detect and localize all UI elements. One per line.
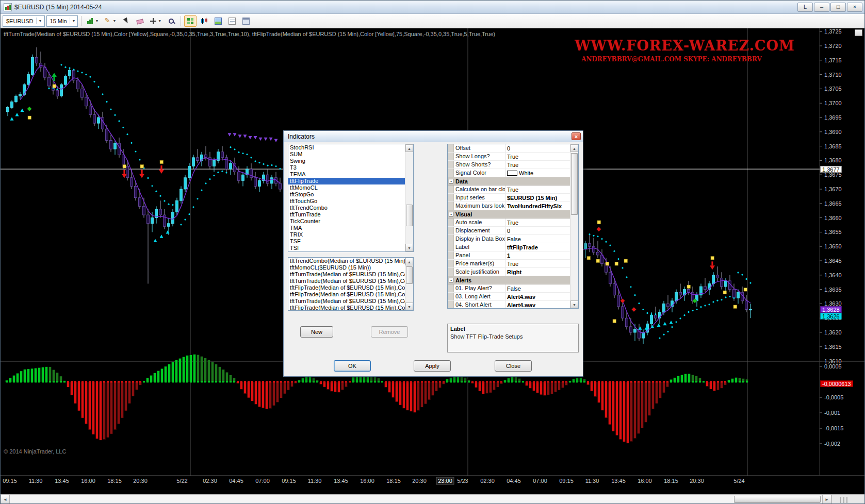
property-row[interactable]: Signal ColorWhite — [448, 169, 570, 177]
property-row[interactable]: LabeltftFlipTrade — [448, 243, 570, 251]
property-row[interactable]: Display in Data BoxFalse — [448, 235, 570, 243]
applied-indicators-list[interactable]: tftTrendCombo(Median of $EURUSD (15 Min)… — [288, 257, 414, 311]
apply-button[interactable]: Apply — [414, 360, 451, 372]
property-category[interactable]: -Data — [448, 177, 570, 186]
remove-button[interactable]: Remove — [371, 326, 408, 338]
property-value[interactable]: TwoHundredFiftySix — [505, 202, 570, 210]
window-titlebar[interactable]: $EURUSD (15 Min) 2014-05-24 L – □ × — [1, 1, 864, 14]
property-row[interactable]: Maximum bars look lTwoHundredFiftySix — [448, 202, 570, 210]
indicator-list-item[interactable]: StochRSI — [288, 144, 405, 151]
indicator-list-item[interactable]: tftTouchGo — [288, 198, 405, 205]
indicator-list-item[interactable]: TRIX — [288, 231, 405, 238]
properties-grid[interactable]: Offset0Show Longs?TrueShow Shorts?TrueSi… — [447, 144, 579, 309]
indicator-list-item[interactable]: TSI — [288, 245, 405, 251]
property-row[interactable]: 03. Long AlertAlert4.wav — [448, 293, 570, 301]
property-value[interactable]: True — [505, 260, 570, 267]
scrollbar-thumb[interactable] — [406, 205, 413, 226]
scroll-left-icon[interactable]: ◄ — [1, 495, 10, 504]
property-value[interactable]: True — [505, 161, 570, 169]
zoom-button[interactable] — [165, 15, 177, 27]
property-value[interactable]: True — [505, 219, 570, 226]
indicator-list-item[interactable]: TMA — [288, 225, 405, 231]
available-indicators-list[interactable]: StochRSISUMSwingT3TEMAtftFlipTradetftMom… — [288, 144, 414, 252]
applied-indicator-item[interactable]: tftMomoCL($EURUSD (15 Min)) — [288, 264, 405, 271]
scroll-down-icon[interactable]: ▼ — [570, 300, 578, 308]
property-row[interactable]: 01. Play Alert?False — [448, 284, 570, 293]
applied-indicator-item[interactable]: tftTurnTrade(Median of $EURUSD (15 Min),… — [288, 278, 405, 284]
applied-indicator-item[interactable]: tftTrendCombo(Median of $EURUSD (15 Min)… — [288, 258, 405, 264]
property-value[interactable]: True — [505, 153, 570, 160]
new-button[interactable]: New — [300, 326, 333, 338]
property-value[interactable]: 0 — [505, 227, 570, 234]
property-row[interactable]: Calculate on bar closTrue — [448, 186, 570, 194]
scrollbar-thumb[interactable] — [571, 153, 578, 215]
property-row[interactable]: Displacement0 — [448, 227, 570, 235]
scrollbar-track[interactable] — [10, 495, 822, 504]
scrollbar-track[interactable] — [405, 152, 413, 244]
resize-grip[interactable] — [831, 495, 856, 504]
indicator-list-item[interactable]: tftMomoCL — [288, 184, 405, 191]
vertical-scrollbar[interactable]: ▲ ▼ — [405, 144, 413, 251]
property-row[interactable]: Panel1 — [448, 251, 570, 260]
vertical-scrollbar[interactable]: ▲ ▼ — [405, 258, 413, 310]
indicator-list-item[interactable]: tftStopGo — [288, 191, 405, 198]
cursor-button[interactable] — [120, 15, 132, 27]
scroll-up-icon[interactable]: ▲ — [570, 144, 578, 152]
link-button[interactable]: L — [797, 3, 813, 12]
property-value[interactable]: $EURUSD (15 Min) — [505, 194, 570, 201]
scroll-right-icon[interactable]: ► — [822, 495, 831, 504]
instrument-dropdown[interactable]: $EURUSD ▼ — [3, 15, 45, 27]
scrollbar-track[interactable] — [570, 152, 578, 300]
applied-indicator-item[interactable]: tftFlipTrade(Median of $EURUSD (15 Min),… — [288, 291, 405, 298]
scrollbar-thumb[interactable] — [734, 496, 821, 503]
collapse-icon[interactable]: - — [449, 212, 453, 216]
chart-type-button[interactable] — [198, 15, 210, 27]
property-value[interactable]: False — [505, 284, 570, 292]
horizontal-scrollbar[interactable]: ◄ ► — [1, 494, 864, 504]
applied-indicator-item[interactable]: tftFlipTrade(Median of $EURUSD (15 Min),… — [288, 284, 405, 291]
property-row[interactable]: Scale justificationRight — [448, 268, 570, 276]
scrollbar-thumb[interactable] — [406, 266, 413, 284]
chart-area[interactable]: 1,37251,37201,37151,37101,37051,37001,36… — [1, 28, 864, 494]
property-value[interactable]: True — [505, 186, 570, 193]
property-value[interactable]: False — [505, 235, 570, 243]
interval-dropdown[interactable]: 15 Min ▼ — [46, 15, 78, 27]
collapse-icon[interactable]: - — [449, 278, 453, 282]
indicator-list-item[interactable]: TickCounter — [288, 218, 405, 225]
property-row[interactable]: Show Longs?True — [448, 153, 570, 161]
close-button[interactable]: × — [847, 3, 862, 12]
indicator-list-item[interactable]: TEMA — [288, 171, 405, 178]
minimize-button[interactable]: – — [814, 3, 829, 12]
property-value[interactable]: Right — [505, 268, 570, 276]
indicator-list-item[interactable]: tftFlipTrade — [288, 178, 405, 184]
property-row[interactable]: Price marker(s)True — [448, 260, 570, 268]
property-row[interactable]: Show Shorts?True — [448, 161, 570, 169]
dialog-titlebar[interactable]: Indicators × — [284, 131, 583, 142]
indicators-button[interactable] — [184, 15, 197, 27]
indicator-list-item[interactable]: TSF — [288, 238, 405, 245]
draw-tools-button[interactable]: ▼ — [102, 15, 118, 27]
property-row[interactable]: Auto scaleTrue — [448, 219, 570, 227]
indicator-list-item[interactable]: Swing — [288, 158, 405, 164]
property-value[interactable]: Alert4.wav — [505, 293, 570, 300]
property-value[interactable]: 0 — [505, 144, 570, 152]
indicator-list-item[interactable]: tftTrendCombo — [288, 205, 405, 211]
axis-top-button[interactable] — [855, 29, 862, 36]
property-value[interactable]: Alert4.wav — [505, 301, 570, 308]
property-value[interactable]: White — [505, 169, 570, 177]
property-row[interactable]: Offset0 — [448, 144, 570, 153]
indicator-list-item[interactable]: SUM — [288, 151, 405, 158]
snapshot-button[interactable] — [212, 15, 224, 27]
property-category[interactable]: -Alerts — [448, 276, 570, 284]
scroll-up-icon[interactable]: ▲ — [405, 258, 413, 265]
ok-button[interactable]: OK — [334, 360, 371, 372]
applied-indicator-item[interactable]: tftFlipTrade(Median of $EURUSD (15 Min),… — [288, 305, 405, 310]
indicator-list-item[interactable]: tftTurnTrade — [288, 211, 405, 218]
scroll-down-icon[interactable]: ▼ — [405, 303, 413, 310]
maximize-button[interactable]: □ — [830, 3, 846, 12]
data-box-button[interactable] — [226, 15, 238, 27]
property-value[interactable]: tftFlipTrade — [505, 243, 570, 251]
crosshair-button[interactable]: ▼ — [148, 15, 164, 27]
property-row[interactable]: 04. Short AlertAlert4.wav — [448, 301, 570, 308]
applied-indicator-item[interactable]: tftTurnTrade(Median of $EURUSD (15 Min),… — [288, 271, 405, 278]
